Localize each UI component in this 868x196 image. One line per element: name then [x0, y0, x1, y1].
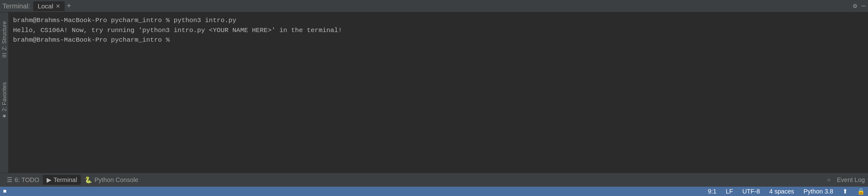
- tab-local[interactable]: Local ✕: [33, 1, 65, 11]
- event-log-label[interactable]: Event Log: [837, 176, 865, 184]
- lock-icon: 🔒: [857, 188, 865, 195]
- tab-add-icon[interactable]: +: [66, 2, 71, 10]
- line-ending[interactable]: LF: [726, 188, 733, 195]
- terminal-label: Terminal:: [2, 2, 30, 10]
- sidebar-strip: ☰ Z: Structure ★ 2: Favorites: [0, 12, 9, 173]
- settings-icon[interactable]: ⚙: [853, 2, 857, 10]
- terminal-line-3: brahm@Brahms-MacBook-Pro pycharm_intro %: [13, 35, 864, 45]
- terminal-line-2: Hello, CS106A! Now, try running 'python3…: [13, 26, 864, 35]
- terminal-tool[interactable]: ▶ Terminal: [43, 175, 81, 185]
- bottom-bar: ☰ 6: TODO ▶ Terminal 🐍 Python Console ○ …: [0, 173, 868, 187]
- tab-bar: Terminal: Local ✕ + ⚙ —: [0, 0, 868, 12]
- terminal-tool-label: Terminal: [54, 176, 77, 184]
- terminal-icon: ▶: [46, 176, 51, 184]
- indent-info[interactable]: 4 spaces: [769, 188, 794, 195]
- terminal-content[interactable]: brahm@Brahms-MacBook-Pro pycharm_intro %…: [9, 12, 868, 173]
- minimize-icon[interactable]: —: [862, 2, 866, 10]
- todo-icon: ☰: [7, 176, 12, 184]
- terminal-line-1: brahm@Brahms-MacBook-Pro pycharm_intro %…: [13, 16, 864, 26]
- python-console-label: Python Console: [94, 176, 138, 184]
- python-console-icon: 🐍: [85, 176, 92, 184]
- sidebar-structure-label[interactable]: ☰ Z: Structure: [1, 19, 8, 61]
- status-left-icon: ■: [3, 188, 6, 194]
- main-area: ☰ Z: Structure ★ 2: Favorites brahm@Brah…: [0, 12, 868, 173]
- todo-tool[interactable]: ☰ 6: TODO: [3, 175, 43, 185]
- file-encoding[interactable]: UTF-8: [742, 188, 760, 195]
- tab-close-icon[interactable]: ✕: [56, 3, 60, 9]
- bottom-right-info: ○ Event Log: [827, 176, 865, 184]
- status-bar: ■ 9:1 LF UTF-8 4 spaces Python 3.8 ⬆ 🔒: [0, 187, 868, 196]
- cursor-position[interactable]: 9:1: [708, 188, 716, 195]
- structure-icon: ☰: [1, 52, 7, 58]
- git-push-icon: ⬆: [842, 188, 848, 195]
- favorites-icon: ★: [1, 113, 7, 119]
- todo-label: 6: TODO: [14, 176, 39, 184]
- python-console-tool[interactable]: 🐍 Python Console: [81, 175, 142, 185]
- sidebar-favorites-label[interactable]: ★ 2: Favorites: [1, 80, 8, 122]
- tab-local-label: Local: [38, 2, 53, 10]
- tab-bar-icons: ⚙ —: [853, 2, 866, 10]
- python-version[interactable]: Python 3.8: [803, 188, 833, 195]
- status-right-info: 9:1 LF UTF-8 4 spaces Python 3.8 ⬆ 🔒: [708, 188, 865, 195]
- event-log-icon: ○: [827, 176, 831, 184]
